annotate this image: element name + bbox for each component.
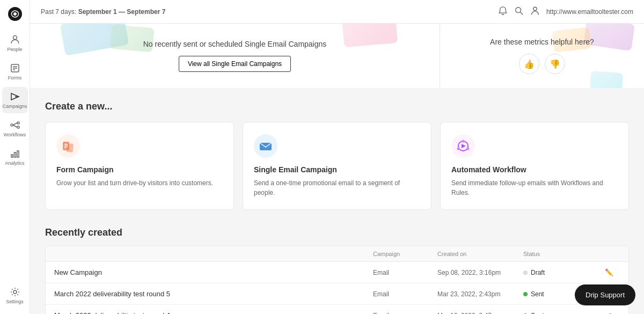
single-email-campaign-card[interactable]: Single Email Campaign Send a one-time pr… xyxy=(243,122,431,210)
topbar: Past 7 days: September 1 — September 7 xyxy=(30,0,644,24)
create-new-title: Create a new... xyxy=(45,101,629,112)
row-3-name: March 2022 deliverability test round 4 xyxy=(54,311,373,314)
row-1-status: Draft xyxy=(523,269,598,276)
date-label: Past 7 days: xyxy=(41,8,76,16)
create-new-cards: Form Campaign Grow your list and turn dr… xyxy=(45,122,629,210)
status-dot xyxy=(523,271,528,275)
helpful-text: Are these metrics helpful here? xyxy=(490,38,594,46)
sidebar-item-settings-label: Settings xyxy=(6,299,24,304)
svg-line-18 xyxy=(521,12,523,15)
status-dot xyxy=(523,292,528,296)
sidebar-item-campaigns-label: Campaigns xyxy=(3,104,27,109)
automated-workflow-desc: Send immediate follow-up emails with Wor… xyxy=(451,178,618,198)
row-1-action-button[interactable]: ✏️ xyxy=(598,268,620,276)
status-label: Sent xyxy=(531,312,544,315)
scroll-area: No recently sent or scheduled Single Ema… xyxy=(30,24,644,314)
svg-point-9 xyxy=(17,122,19,124)
thumb-down-button[interactable]: 👎 xyxy=(545,54,565,74)
row-1-campaign: Email xyxy=(373,269,437,276)
svg-rect-15 xyxy=(17,151,19,157)
sidebar-item-people-label: People xyxy=(7,47,22,52)
status-label: Sent xyxy=(531,290,544,298)
main-body: Create a new... Form Campa xyxy=(30,88,644,314)
sidebar: People Forms Campaigns Workflows xyxy=(0,0,30,314)
single-email-icon xyxy=(254,134,277,158)
sidebar-item-analytics-label: Analytics xyxy=(5,160,25,166)
row-2-name: March 2022 deliverability test round 5 xyxy=(54,290,373,298)
svg-line-11 xyxy=(13,123,17,125)
form-campaign-title: Form Campaign xyxy=(56,165,223,174)
notifications-icon[interactable] xyxy=(498,6,508,17)
row-3-action-button[interactable]: ↗ xyxy=(598,311,620,314)
table-row: March 2022 deliverability test round 4 E… xyxy=(46,305,628,314)
sidebar-item-campaigns[interactable]: Campaigns xyxy=(2,87,28,113)
svg-rect-14 xyxy=(14,152,16,157)
single-email-title: Single Email Campaign xyxy=(254,165,420,174)
topbar-url: http://www.emailtooltester.com xyxy=(546,8,633,16)
status-label: Draft xyxy=(531,269,545,276)
user-icon[interactable] xyxy=(530,6,540,17)
banner-left: No recently sent or scheduled Single Ema… xyxy=(30,24,440,88)
sidebar-item-forms-label: Forms xyxy=(8,75,22,81)
automated-workflow-title: Automated Workflow xyxy=(451,165,618,174)
thumb-buttons: 👍 👎 xyxy=(519,54,565,74)
recently-created-title: Recently created xyxy=(45,227,629,238)
svg-rect-13 xyxy=(11,155,13,157)
svg-point-10 xyxy=(17,126,19,128)
recently-created-table: Campaign Created on Status New Campaign … xyxy=(45,246,629,314)
row-3-status: Sent xyxy=(523,312,598,315)
sidebar-item-workflows[interactable]: Workflows xyxy=(2,115,28,142)
main-content: Past 7 days: September 1 — September 7 xyxy=(30,0,644,314)
svg-point-17 xyxy=(516,8,521,13)
sidebar-item-analytics[interactable]: Analytics xyxy=(2,144,28,170)
drip-support-button[interactable]: Drip Support xyxy=(575,284,635,305)
topbar-actions: http://www.emailtooltester.com xyxy=(498,6,633,17)
table-row: New Campaign Email Sep 08, 2022, 3:16pm … xyxy=(46,262,628,283)
sidebar-item-people[interactable]: People xyxy=(2,30,28,56)
form-campaign-card[interactable]: Form Campaign Grow your list and turn dr… xyxy=(45,122,234,210)
row-3-campaign: Email xyxy=(373,312,437,315)
col-created: Created on xyxy=(437,251,523,257)
row-1-date: Sep 08, 2022, 3:16pm xyxy=(437,269,523,276)
search-icon[interactable] xyxy=(514,6,524,17)
automated-workflow-card[interactable]: Automated Workflow Send immediate follow… xyxy=(440,122,629,210)
view-all-campaigns-button[interactable]: View all Single Email Campaigns xyxy=(179,56,291,72)
table-header: Campaign Created on Status xyxy=(46,246,628,262)
banner-right: Are these metrics helpful here? 👍 👎 xyxy=(440,24,644,88)
svg-line-12 xyxy=(13,125,17,127)
row-2-campaign: Email xyxy=(373,290,437,298)
svg-point-32 xyxy=(467,148,470,150)
svg-point-33 xyxy=(457,148,460,150)
sidebar-item-forms[interactable]: Forms xyxy=(2,59,28,85)
svg-point-16 xyxy=(13,290,17,294)
form-campaign-icon xyxy=(56,134,80,158)
svg-point-19 xyxy=(533,7,537,10)
no-campaigns-text: No recently sent or scheduled Single Ema… xyxy=(143,40,327,48)
col-status: Status xyxy=(523,251,598,257)
logo xyxy=(6,5,24,23)
sidebar-item-workflows-label: Workflows xyxy=(4,132,26,137)
col-action xyxy=(598,251,620,257)
automated-workflow-icon xyxy=(451,134,475,158)
date-value: September 1 — September 7 xyxy=(78,8,166,16)
thumb-up-button[interactable]: 👍 xyxy=(519,54,539,74)
date-range: Past 7 days: September 1 — September 7 xyxy=(41,8,165,16)
form-campaign-desc: Grow your list and turn drive-by visitor… xyxy=(56,178,223,188)
table-row: March 2022 deliverability test round 5 E… xyxy=(46,283,628,305)
row-1-name: New Campaign xyxy=(54,268,373,276)
sidebar-item-settings[interactable]: Settings xyxy=(2,282,28,309)
row-2-date: Mar 23, 2022, 2:43pm xyxy=(437,290,523,298)
svg-point-31 xyxy=(462,140,465,143)
col-campaign: Campaign xyxy=(373,251,437,257)
svg-point-2 xyxy=(13,36,17,40)
banner-section: No recently sent or scheduled Single Ema… xyxy=(30,24,644,88)
svg-point-8 xyxy=(11,124,13,126)
col-name xyxy=(54,251,373,257)
row-3-date: Mar 16, 2022, 3:47pm xyxy=(437,312,523,315)
svg-point-1 xyxy=(13,12,17,16)
single-email-desc: Send a one-time promotional email to a s… xyxy=(254,178,420,198)
